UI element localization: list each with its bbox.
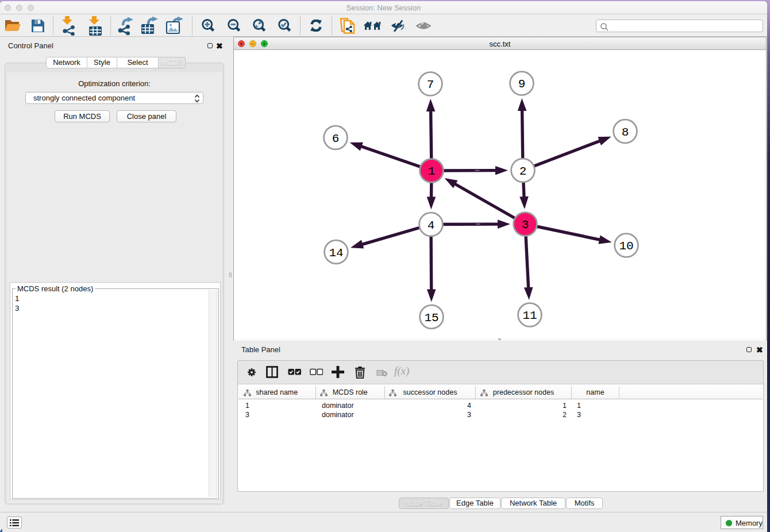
svg-text:14: 14	[329, 246, 343, 260]
svg-text:11: 11	[522, 309, 537, 322]
svg-text:3: 3	[522, 218, 529, 232]
svg-text:10: 10	[619, 240, 633, 253]
svg-text:15: 15	[424, 311, 438, 325]
svg-text:9: 9	[518, 78, 526, 91]
svg-text:8: 8	[622, 126, 629, 139]
svg-text:1: 1	[428, 165, 436, 178]
svg-text:6: 6	[332, 132, 340, 145]
svg-text:4: 4	[428, 219, 435, 232]
svg-text:7: 7	[427, 78, 434, 91]
svg-text:2: 2	[519, 165, 527, 178]
